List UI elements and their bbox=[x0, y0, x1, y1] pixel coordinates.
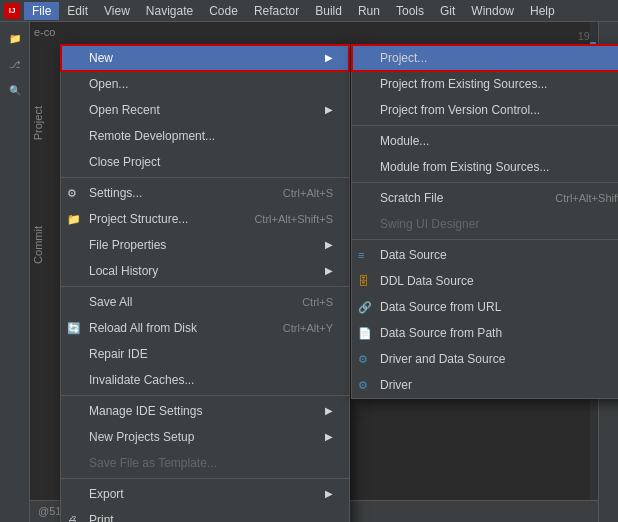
menu-build[interactable]: Build bbox=[307, 2, 350, 20]
file-menu-dropdown[interactable]: New ▶ Open... Open Recent ▶ Remote Devel… bbox=[60, 44, 350, 522]
menu-item-file-properties[interactable]: File Properties ▶ bbox=[61, 232, 349, 258]
menu-item-project-vcs[interactable]: Project from Version Control... bbox=[352, 97, 618, 123]
menu-run[interactable]: Run bbox=[350, 2, 388, 20]
ide-layout: 📁 ⎇ 🔍 e-co Project Commit 19 20 ⊙ 21 22 … bbox=[0, 22, 618, 522]
menu-item-scratch-file[interactable]: Scratch File Ctrl+Alt+Shift+Insert bbox=[352, 185, 618, 211]
menu-item-project[interactable]: Project... bbox=[352, 45, 618, 71]
menu-code[interactable]: Code bbox=[201, 2, 246, 20]
menu-item-manage-ide[interactable]: Manage IDE Settings ▶ bbox=[61, 398, 349, 424]
new-submenu-dropdown[interactable]: Project... Project from Existing Sources… bbox=[351, 44, 618, 399]
menu-item-reload[interactable]: 🔄 Reload All from Disk Ctrl+Alt+Y bbox=[61, 315, 349, 341]
menu-item-data-source-url[interactable]: 🔗 Data Source from URL bbox=[352, 294, 618, 320]
menu-item-save-template[interactable]: Save File as Template... bbox=[61, 450, 349, 476]
menu-item-invalidate-caches[interactable]: Invalidate Caches... bbox=[61, 367, 349, 393]
menu-item-driver[interactable]: ⚙ Driver bbox=[352, 372, 618, 398]
separator-2 bbox=[61, 286, 349, 287]
menu-item-print[interactable]: 🖨 Print... bbox=[61, 507, 349, 522]
menu-item-driver-data-source[interactable]: ⚙ Driver and Data Source bbox=[352, 346, 618, 372]
menu-item-remote-dev[interactable]: Remote Development... bbox=[61, 123, 349, 149]
reload-icon: 🔄 bbox=[67, 318, 81, 338]
separator-4 bbox=[61, 478, 349, 479]
menu-item-data-source[interactable]: ≡ Data Source ▶ bbox=[352, 242, 618, 268]
separator-3 bbox=[61, 395, 349, 396]
menu-item-save-all[interactable]: Save All Ctrl+S bbox=[61, 289, 349, 315]
new-projects-arrow-icon: ▶ bbox=[325, 427, 333, 447]
menu-item-new[interactable]: New ▶ bbox=[61, 45, 349, 71]
menu-item-module[interactable]: Module... bbox=[352, 128, 618, 154]
open-recent-arrow-icon: ▶ bbox=[325, 100, 333, 120]
local-history-arrow-icon: ▶ bbox=[325, 261, 333, 281]
menu-navigate[interactable]: Navigate bbox=[138, 2, 201, 20]
eco-label: e-co bbox=[34, 26, 55, 38]
data-source-url-icon: 🔗 bbox=[358, 297, 372, 317]
menu-item-open-recent[interactable]: Open Recent ▶ bbox=[61, 97, 349, 123]
driver-data-source-icon: ⚙ bbox=[358, 349, 368, 369]
menu-git[interactable]: Git bbox=[432, 2, 463, 20]
sidebar-icon-folder[interactable]: 📁 bbox=[3, 26, 27, 50]
menu-item-settings[interactable]: ⚙ Settings... Ctrl+Alt+S bbox=[61, 180, 349, 206]
new-arrow-icon: ▶ bbox=[325, 48, 333, 68]
ddl-icon: 🗄 bbox=[358, 271, 369, 291]
menu-item-new-projects-setup[interactable]: New Projects Setup ▶ bbox=[61, 424, 349, 450]
menu-tools[interactable]: Tools bbox=[388, 2, 432, 20]
menu-item-swing-ui[interactable]: Swing UI Designer ▶ bbox=[352, 211, 618, 237]
new-separator-2 bbox=[352, 182, 618, 183]
project-sidebar-label[interactable]: Project bbox=[30, 102, 46, 144]
main-area: e-co Project Commit 19 20 ⊙ 21 22 23 bbox=[30, 22, 598, 522]
settings-icon: ⚙ bbox=[67, 183, 77, 203]
new-separator-1 bbox=[352, 125, 618, 126]
export-arrow-icon: ▶ bbox=[325, 484, 333, 504]
menu-item-project-structure[interactable]: 📁 Project Structure... Ctrl+Alt+Shift+S bbox=[61, 206, 349, 232]
menu-item-close-project[interactable]: Close Project bbox=[61, 149, 349, 175]
menu-item-ddl-data-source[interactable]: 🗄 DDL Data Source bbox=[352, 268, 618, 294]
project-structure-icon: 📁 bbox=[67, 209, 81, 229]
menu-item-project-existing[interactable]: Project from Existing Sources... bbox=[352, 71, 618, 97]
menu-view[interactable]: View bbox=[96, 2, 138, 20]
sidebar-icon-git[interactable]: ⎇ bbox=[3, 52, 27, 76]
manage-ide-arrow-icon: ▶ bbox=[325, 401, 333, 421]
menu-help[interactable]: Help bbox=[522, 2, 563, 20]
menu-item-export[interactable]: Export ▶ bbox=[61, 481, 349, 507]
app-logo: IJ bbox=[4, 3, 20, 19]
menu-item-data-source-path[interactable]: 📄 Data Source from Path bbox=[352, 320, 618, 346]
separator-1 bbox=[61, 177, 349, 178]
new-separator-3 bbox=[352, 239, 618, 240]
file-properties-arrow-icon: ▶ bbox=[325, 235, 333, 255]
menu-item-repair-ide[interactable]: Repair IDE bbox=[61, 341, 349, 367]
driver-icon: ⚙ bbox=[358, 375, 368, 395]
menu-item-local-history[interactable]: Local History ▶ bbox=[61, 258, 349, 284]
menu-item-open[interactable]: Open... bbox=[61, 71, 349, 97]
menu-bar: IJ File Edit View Navigate Code Refactor… bbox=[0, 0, 618, 22]
menu-item-module-existing[interactable]: Module from Existing Sources... bbox=[352, 154, 618, 180]
data-source-path-icon: 📄 bbox=[358, 323, 372, 343]
data-source-icon: ≡ bbox=[358, 245, 364, 265]
commit-sidebar-label[interactable]: Commit bbox=[30, 222, 46, 268]
print-icon: 🖨 bbox=[67, 510, 78, 522]
menu-file[interactable]: File bbox=[24, 2, 59, 20]
left-sidebar: 📁 ⎇ 🔍 bbox=[0, 22, 30, 522]
menu-window[interactable]: Window bbox=[463, 2, 522, 20]
sidebar-icon-search[interactable]: 🔍 bbox=[3, 78, 27, 102]
menu-refactor[interactable]: Refactor bbox=[246, 2, 307, 20]
menu-edit[interactable]: Edit bbox=[59, 2, 96, 20]
